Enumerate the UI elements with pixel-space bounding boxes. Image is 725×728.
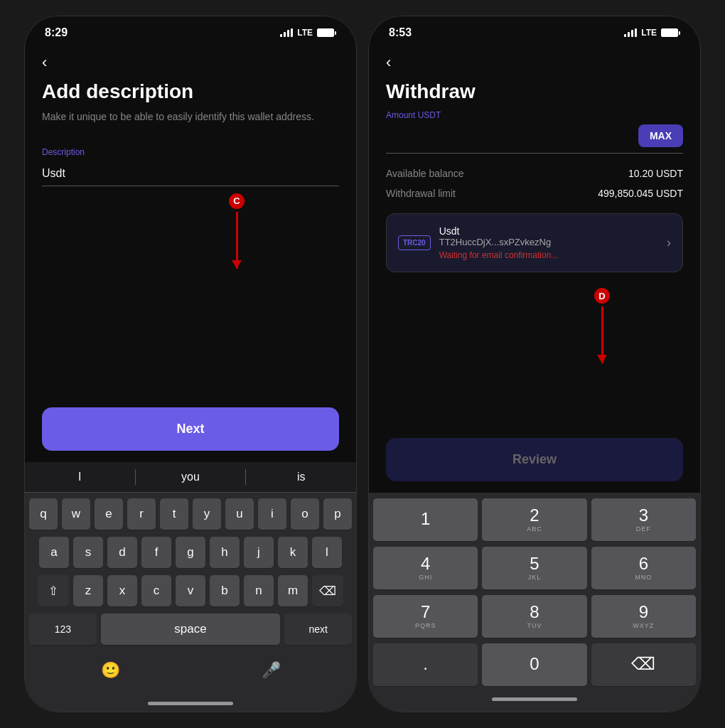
key-o[interactable]: o [291, 498, 319, 530]
shift-key[interactable]: ⇧ [38, 575, 69, 606]
key-n[interactable]: n [244, 575, 274, 606]
right-home-indicator [373, 692, 696, 709]
wallet-card[interactable]: TRC20 Usdt TT2HuccDjX...sxPZvkezNg Waiti… [386, 213, 683, 272]
num-row-4: . 0 ⌫ [373, 643, 696, 686]
key-next[interactable]: next [284, 614, 352, 645]
num-5-digit: 5 [530, 555, 539, 572]
num-row-1: 1 2 ABC 3 DEF [373, 498, 696, 541]
withdrawal-limit-row: Withdrawal limit 499,850.045 USDT [386, 188, 683, 199]
suggestion-i[interactable]: I [25, 468, 135, 486]
wallet-info: Usdt TT2HuccDjX...sxPZvkezNg Waiting for… [439, 225, 667, 260]
num-key-4[interactable]: 4 GHI [373, 547, 478, 589]
max-button[interactable]: MAX [638, 124, 683, 147]
key-h[interactable]: h [210, 537, 240, 568]
left-status-icons: LTE [280, 28, 336, 38]
key-p[interactable]: p [323, 498, 352, 530]
key-m[interactable]: m [278, 575, 308, 606]
num-row-2: 4 GHI 5 JKL 6 MNO [373, 547, 696, 589]
num-key-0[interactable]: 0 [482, 643, 586, 686]
add-description-screen: Add description Make it unique to be abl… [25, 80, 356, 462]
key-a[interactable]: a [39, 537, 69, 568]
right-battery-icon [661, 28, 680, 37]
num-key-9[interactable]: 9 WXYZ [591, 595, 696, 638]
num-key-1[interactable]: 1 [373, 498, 478, 541]
right-signal-icon [624, 28, 637, 37]
numeric-keyboard: 1 2 ABC 3 DEF 4 GHI 5 J [369, 493, 700, 712]
num-1-digit: 1 [421, 510, 430, 528]
num-key-6[interactable]: 6 MNO [591, 547, 696, 589]
key-row-bottom: 123 space next [29, 614, 352, 645]
left-back-button[interactable]: ‹ [25, 45, 356, 80]
next-button[interactable]: Next [42, 407, 339, 451]
key-e[interactable]: e [95, 498, 123, 530]
key-f[interactable]: f [141, 537, 171, 568]
num-dot-digit: . [423, 655, 428, 673]
left-content: ‹ Add description Make it unique to be a… [25, 45, 356, 712]
key-y[interactable]: y [193, 498, 221, 530]
available-balance-value: 10.20 USDT [628, 168, 683, 179]
key-j[interactable]: j [244, 537, 274, 568]
suggestion-you[interactable]: you [136, 468, 246, 486]
key-u[interactable]: u [225, 498, 254, 530]
available-balance-row: Available balance 10.20 USDT [386, 168, 683, 179]
key-z[interactable]: z [73, 575, 103, 606]
key-b[interactable]: b [210, 575, 240, 606]
key-k[interactable]: k [278, 537, 308, 568]
num-3-digit: 3 [639, 507, 648, 524]
description-input[interactable] [42, 161, 339, 186]
right-lte-icon: LTE [641, 28, 657, 38]
suggestion-is[interactable]: is [246, 468, 356, 486]
left-screen-title: Add description [42, 80, 339, 103]
num-key-8[interactable]: 8 TUV [482, 595, 586, 638]
num-5-letters: JKL [528, 574, 542, 581]
right-home-bar [492, 697, 577, 701]
num-delete-icon: ⌫ [631, 655, 655, 673]
mic-key[interactable]: 🎤 [193, 655, 349, 686]
num-key-dot[interactable]: . [373, 643, 478, 686]
key-v[interactable]: v [176, 575, 205, 606]
review-button[interactable]: Review [386, 438, 683, 481]
left-keyboard: I you is q w e r t y u i o p [25, 462, 356, 712]
key-g[interactable]: g [176, 537, 205, 568]
num-key-delete[interactable]: ⌫ [591, 643, 696, 686]
right-status-icons: LTE [624, 28, 680, 38]
backspace-key[interactable]: ⌫ [312, 575, 343, 606]
wallet-address: TT2HuccDjX...sxPZvkezNg [439, 237, 667, 247]
key-s[interactable]: s [73, 537, 103, 568]
key-t[interactable]: t [160, 498, 188, 530]
keyboard-suggestions: I you is [25, 462, 356, 493]
right-back-button[interactable]: ‹ [369, 45, 700, 80]
annotation-c-label: C [229, 193, 245, 209]
key-row-1: q w e r t y u i o p [29, 498, 352, 530]
num-key-2[interactable]: 2 ABC [482, 498, 586, 541]
num-2-letters: ABC [527, 525, 542, 532]
num-key-5[interactable]: 5 JKL [482, 547, 586, 589]
withdrawal-limit-label: Withdrawal limit [386, 188, 456, 199]
key-i[interactable]: i [258, 498, 286, 530]
amount-input[interactable] [386, 129, 638, 142]
amount-row: MAX [386, 124, 683, 154]
key-row-3: ⇧ z x c v b n m ⌫ [29, 575, 352, 606]
key-row-2: a s d f g h j k l [29, 537, 352, 568]
key-space[interactable]: space [101, 614, 281, 645]
key-r[interactable]: r [127, 498, 156, 530]
key-d[interactable]: d [107, 537, 137, 568]
key-c[interactable]: c [141, 575, 171, 606]
key-q[interactable]: q [29, 498, 58, 530]
num-key-7[interactable]: 7 PQRS [373, 595, 478, 638]
left-battery-icon [317, 28, 336, 37]
key-l[interactable]: l [312, 537, 342, 568]
trc20-badge: TRC20 [398, 235, 431, 250]
key-123[interactable]: 123 [29, 614, 97, 645]
description-label: Description [42, 147, 339, 157]
emoji-key[interactable]: 🙂 [32, 655, 188, 686]
left-status-bar: 8:29 LTE [25, 16, 356, 45]
withdraw-screen: Withdraw Amount USDT MAX Available balan… [369, 80, 700, 493]
num-7-digit: 7 [421, 604, 430, 621]
num-key-3[interactable]: 3 DEF [591, 498, 696, 541]
annotation-c-arrow [236, 212, 238, 269]
amount-label: Amount USDT [386, 110, 683, 120]
key-w[interactable]: w [62, 498, 90, 530]
annotation-c-container: C [134, 193, 339, 269]
key-x[interactable]: x [107, 575, 137, 606]
